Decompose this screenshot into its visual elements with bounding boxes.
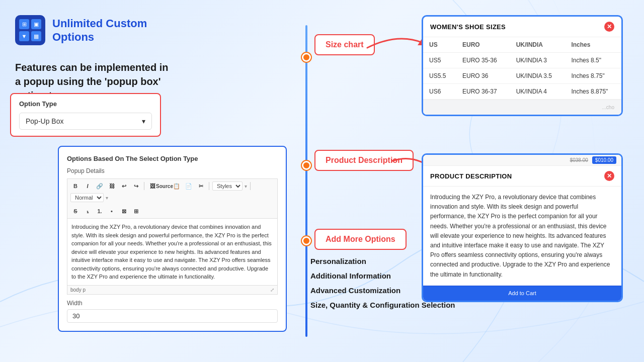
option-type-value: Pop-Up Box: [26, 117, 63, 125]
paste-button[interactable]: 📄: [184, 181, 194, 191]
shoe-sizes-close-button[interactable]: ✕: [604, 22, 614, 32]
resize-handle-icon[interactable]: ⤢: [270, 287, 274, 293]
source-button[interactable]: Source: [159, 181, 170, 191]
strikethrough-button[interactable]: S: [70, 206, 80, 216]
unlink-button[interactable]: ⛓: [107, 181, 117, 191]
col-us: US: [423, 37, 456, 53]
logo-icon-3: ▼: [19, 31, 29, 41]
option-type-box: Option Type Pop-Up Box ▾: [10, 93, 161, 137]
popup-action-bar[interactable]: Add to Cart: [423, 286, 621, 301]
cell-uk-4: UK/INDIA 4: [510, 84, 566, 100]
product-desc-content: Introducing the XZY Pro, a revolutionary…: [423, 187, 621, 286]
table-row: US6 EURO 36-37 UK/INDIA 4 Inches 8.875": [423, 84, 621, 100]
format-select[interactable]: Normal: [70, 193, 104, 202]
cell-uk-3-5: UK/INDIA 3.5: [510, 68, 566, 84]
popup-action-label: Add to Cart: [508, 290, 536, 296]
width-label: Width: [67, 300, 278, 307]
bold-button[interactable]: B: [70, 181, 80, 191]
outdent-button[interactable]: ⊠: [119, 206, 129, 216]
table-row: US5.5 EURO 36 UK/INDIA 3.5 Inches 8.75": [423, 68, 621, 84]
toolbar-separator-2: [209, 182, 209, 190]
editor-panel-title: Options Based On The Select Option Type: [67, 155, 278, 162]
cell-inches-8-875: Inches 8.875": [565, 84, 621, 100]
italic-button[interactable]: I: [83, 181, 93, 191]
cell-euro-36-37: EURO 36-37: [456, 84, 510, 100]
popup-footer-hint: ...cho: [602, 105, 614, 110]
editor-panel: Options Based On The Select Option Type …: [58, 146, 287, 332]
shoe-sizes-popup-title: WOMEN'S SHOE SIZES: [430, 23, 506, 31]
original-price: $038.00: [570, 157, 588, 163]
cell-us5: US5: [423, 53, 456, 68]
ordered-list-button[interactable]: 1.: [95, 206, 105, 216]
unordered-list-button[interactable]: •: [107, 206, 117, 216]
chevron-down-icon: ▾: [142, 117, 145, 125]
cut-button[interactable]: ✂: [196, 181, 206, 191]
shoe-sizes-table: US EURO UK/INDIA Inches US5 EURO 35-36 U…: [423, 37, 621, 100]
shoe-sizes-popup-header: WOMEN'S SHOE SIZES ✕: [423, 17, 621, 37]
styles-select[interactable]: Styles: [212, 182, 243, 191]
cell-euro-36: EURO 36: [456, 68, 510, 84]
cell-uk-3: UK/INDIA 3: [510, 53, 566, 68]
product-desc-popup: $038.00 $010.00 PRODUCT DESCRIPTION ✕ In…: [422, 153, 623, 302]
toolbar-separator-1: [144, 182, 144, 190]
product-desc-popup-title: PRODUCT DESCRIPTION: [430, 172, 512, 180]
app-title: Unlimited Custom Options: [52, 17, 147, 44]
popup-footer: ...cho: [423, 100, 621, 115]
editor-footer: body p ⤢: [67, 286, 278, 295]
toolbar-separator-3: [250, 182, 251, 190]
option-type-label: Option Type: [19, 100, 152, 108]
shoe-sizes-popup: WOMEN'S SHOE SIZES ✕ US EURO UK/INDIA In…: [422, 15, 623, 116]
copy-button[interactable]: 📋: [172, 181, 182, 191]
header: ⊞ ▣ ▼ ▦ Unlimited Custom Options: [15, 15, 147, 45]
col-euro: EURO: [456, 37, 510, 53]
cell-us6: US6: [423, 84, 456, 100]
logo-icon-4: ▦: [31, 31, 41, 41]
col-inches: Inches: [565, 37, 621, 53]
popup-details-label: Popup Details: [67, 167, 278, 174]
editor-content[interactable]: Introducing the XZY Pro, a revolutionary…: [67, 218, 278, 286]
logo-icon-1: ⊞: [19, 19, 29, 29]
editor-tag: body p: [70, 287, 86, 293]
editor-toolbar-2: S ₁ 1. • ⊠ ⊞: [67, 204, 278, 218]
logo-icon-2: ▣: [31, 19, 41, 29]
undo-button[interactable]: ↩: [119, 181, 129, 191]
timeline-dot-2: [302, 161, 311, 170]
app-logo: ⊞ ▣ ▼ ▦: [15, 15, 45, 45]
add-more-options-button[interactable]: Add More Options: [314, 229, 407, 250]
table-row: US5 EURO 35-36 UK/INDIA 3 Inches 8.5": [423, 53, 621, 68]
cell-inches-8-5: Inches 8.5": [565, 53, 621, 68]
table-button[interactable]: ⊞: [131, 206, 141, 216]
redo-button[interactable]: ↪: [131, 181, 141, 191]
product-desc-close-button[interactable]: ✕: [604, 171, 614, 181]
width-input[interactable]: [67, 309, 278, 323]
cell-us5-5: US5.5: [423, 68, 456, 84]
size-chart-arrow: [362, 28, 428, 68]
col-ukindia: UK/INDIA: [510, 37, 566, 53]
link-button[interactable]: 🔗: [95, 181, 105, 191]
timeline: [305, 25, 307, 337]
timeline-dot-1: [302, 53, 311, 62]
subscript-button[interactable]: ₁: [83, 206, 93, 216]
option-type-select[interactable]: Pop-Up Box ▾: [19, 113, 152, 130]
timeline-dot-3: [302, 236, 311, 245]
cell-inches-8-75: Inches 8.75": [565, 68, 621, 84]
sale-price: $010.00: [592, 156, 616, 164]
product-desc-popup-header: PRODUCT DESCRIPTION ✕: [423, 166, 621, 187]
cell-euro-35-36: EURO 35-36: [456, 53, 510, 68]
price-bar: $038.00 $010.00: [423, 155, 621, 166]
editor-toolbar: B I 🔗 ⛓ ↩ ↪ 🖼 Source 📋 📄 ✂ Styles ▾ Norm…: [67, 178, 278, 204]
